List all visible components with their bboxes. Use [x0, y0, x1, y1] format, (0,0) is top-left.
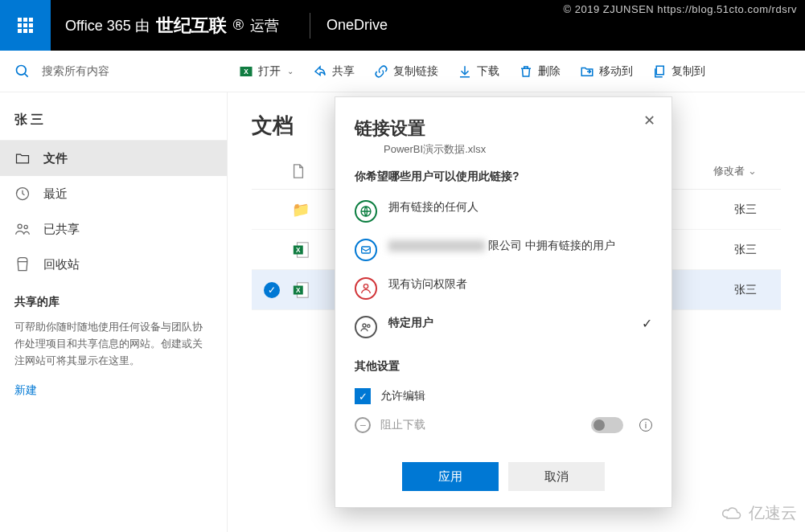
file-icon [292, 164, 305, 178]
link-settings-dialog: ✕ 链接设置 PowerBI演示数据.xlsx 你希望哪些用户可以使用此链接? … [335, 96, 672, 508]
nav-files[interactable]: 文件 [0, 141, 227, 176]
excel-icon: X [292, 241, 310, 259]
watermark-logo: 亿速云 [720, 502, 797, 524]
nav-recycle[interactable]: 回收站 [0, 247, 227, 282]
other-settings-heading: 其他设置 [355, 359, 652, 374]
app-launcher-button[interactable] [0, 0, 51, 51]
search-box[interactable]: 搜索所有内容 [14, 63, 228, 80]
excel-icon: X [239, 64, 253, 79]
clock-icon [14, 186, 31, 202]
svg-rect-15 [362, 247, 371, 253]
option-existing[interactable]: 现有访问权限者 [355, 269, 652, 308]
link-icon [374, 64, 388, 79]
option-org[interactable]: 限公司 中拥有链接的用户 [355, 231, 652, 269]
dialog-buttons: 应用 取消 [355, 462, 652, 491]
nav-shared[interactable]: 已共享 [0, 211, 227, 247]
svg-point-7 [24, 225, 27, 228]
download-icon [458, 64, 472, 79]
apply-button[interactable]: 应用 [402, 462, 499, 491]
brand-text: Office 365 由 世纪互联 ® 运营 [51, 14, 294, 38]
option-label: 拥有链接的任何人 [388, 200, 478, 215]
svg-point-16 [363, 284, 368, 289]
setting-label: 允许编辑 [380, 389, 425, 403]
svg-text:X: X [296, 286, 301, 293]
dialog-title: 链接设置 [355, 117, 652, 141]
waffle-icon [18, 18, 33, 33]
folder-icon: 📁 [292, 201, 310, 219]
command-bar: 搜索所有内容 X 打开⌄ 共享 复制链接 下载 删除 移动到 复制到 [0, 51, 805, 92]
svg-rect-4 [656, 66, 663, 75]
folder-icon [14, 150, 31, 166]
shared-libraries-desc: 可帮助你随时随地使用任何设备与团队协作处理项目和共享信息的网站。创建或关注网站可… [0, 316, 227, 372]
svg-text:X: X [244, 68, 248, 76]
svg-text:X: X [296, 246, 301, 253]
allow-edit-row[interactable]: ✓ 允许编辑 [355, 382, 652, 411]
watermark-text: © 2019 ZJUNSEN https://blog.51cto.com/rd… [564, 3, 797, 15]
svg-line-1 [25, 73, 28, 76]
option-label: 现有访问权限者 [388, 277, 467, 292]
modifier-cell: 张三 [676, 283, 781, 297]
app-name: OneDrive [327, 17, 388, 34]
excel-icon: X [292, 281, 310, 299]
delete-button[interactable]: 删除 [511, 55, 569, 88]
copylink-button[interactable]: 复制链接 [366, 55, 446, 88]
block-download-row: − 阻止下载 i [355, 411, 652, 440]
cloud-icon [720, 505, 744, 522]
nav-label: 回收站 [43, 257, 80, 272]
shared-libraries-heading: 共享的库 [0, 282, 227, 316]
checkmark-icon: ✓ [642, 316, 652, 331]
people-icon [14, 221, 31, 237]
recycle-icon [14, 256, 31, 272]
check-icon[interactable]: ✓ [264, 282, 280, 298]
checkbox-checked-icon[interactable]: ✓ [355, 388, 371, 404]
open-button[interactable]: X 打开⌄ [231, 55, 302, 88]
move-icon [580, 64, 594, 79]
dialog-prompt: 你希望哪些用户可以使用此链接? [355, 170, 652, 184]
option-specific[interactable]: 特定用户 ✓ [355, 308, 652, 346]
nav-label: 已共享 [43, 222, 80, 237]
sidebar: 张 三 文件 最近 已共享 回收站 共享的库 可帮助你随时随地使用任何设备与团队… [0, 92, 228, 532]
moveto-button[interactable]: 移动到 [572, 55, 641, 88]
toggle-off [591, 417, 623, 433]
person-icon [355, 277, 377, 300]
nav-label: 文件 [43, 151, 68, 166]
chevron-down-icon: ⌄ [287, 67, 294, 76]
option-label: 特定用户 [388, 316, 433, 330]
svg-point-18 [368, 325, 370, 327]
modifier-cell: 张三 [676, 243, 781, 257]
dialog-filename: PowerBI演示数据.xlsx [355, 142, 652, 157]
globe-icon [355, 200, 377, 223]
share-icon [313, 64, 327, 79]
user-name: 张 三 [0, 105, 227, 141]
setting-label: 阻止下载 [380, 418, 425, 432]
search-icon [14, 63, 31, 80]
close-button[interactable]: ✕ [643, 112, 655, 129]
trash-icon [519, 64, 533, 79]
nav-recent[interactable]: 最近 [0, 176, 227, 211]
share-button[interactable]: 共享 [305, 55, 363, 88]
svg-point-17 [363, 324, 366, 327]
blurred-text [388, 240, 485, 252]
people-icon [355, 316, 377, 338]
minus-icon: − [355, 417, 371, 433]
svg-point-6 [18, 224, 22, 228]
copyto-button[interactable]: 复制到 [644, 55, 713, 88]
download-button[interactable]: 下载 [450, 55, 507, 88]
cancel-button[interactable]: 取消 [508, 462, 605, 491]
search-placeholder: 搜索所有内容 [42, 64, 109, 79]
svg-point-0 [17, 65, 27, 75]
option-anyone[interactable]: 拥有链接的任何人 [355, 192, 652, 231]
new-link[interactable]: 新建 [0, 372, 51, 409]
option-label: 限公司 中拥有链接的用户 [388, 239, 615, 253]
info-icon[interactable]: i [639, 419, 652, 432]
copy-icon [652, 64, 667, 79]
nav-label: 最近 [43, 186, 68, 202]
org-icon [355, 239, 377, 261]
modifier-cell: 张三 [676, 203, 781, 217]
divider [310, 13, 310, 39]
